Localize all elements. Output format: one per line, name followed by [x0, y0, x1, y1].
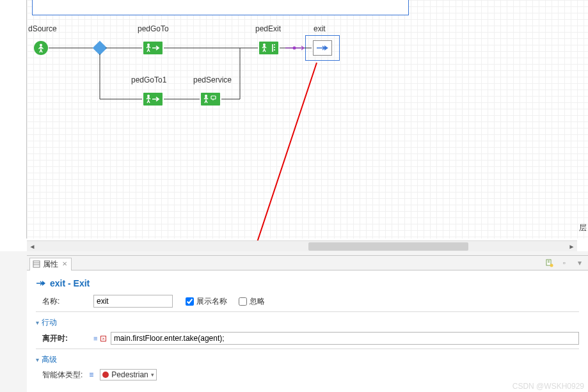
panel-heading: exit - Exit — [36, 278, 579, 288]
section-action-label: 行动 — [42, 317, 57, 328]
panel-body: exit - Exit 名称: 展示名称 忽略 ▾ 行动 离开时: ≡ — [27, 270, 588, 380]
connectors — [0, 0, 588, 251]
collapse-triangle-icon: ▾ — [36, 319, 39, 326]
scrollbar-horizontal[interactable]: ◄ ► — [27, 240, 577, 251]
ignore-checkbox-input[interactable] — [239, 297, 247, 306]
name-input[interactable] — [93, 295, 173, 308]
chevron-down-icon: ▾ — [151, 372, 154, 378]
ignore-label: 忽略 — [250, 296, 265, 307]
pin-icon[interactable] — [544, 258, 553, 267]
separator — [36, 311, 579, 312]
pedestrian-type-icon — [102, 372, 109, 378]
properties-panel: 属性 ✕ ▫ ▾ exit - Exit 名称: — [27, 255, 588, 392]
name-label: 名称: — [36, 296, 93, 307]
ignore-checkbox[interactable]: 忽略 — [239, 296, 265, 307]
tabstrip-right-icons: ▫ ▾ — [544, 258, 584, 267]
on-leave-label: 离开时: — [36, 333, 93, 344]
show-name-checkbox-input[interactable] — [186, 297, 194, 306]
tabstrip: 属性 ✕ ▫ ▾ — [27, 256, 588, 270]
svg-rect-8 — [33, 261, 40, 267]
panel-heading-text: exit - Exit — [50, 278, 90, 288]
side-label: 层 — [579, 223, 587, 233]
agent-type-row: 智能体类型: ≡ Pedestrian ▾ — [36, 369, 579, 380]
canvas-area[interactable]: dSource pedGoTo pedExit exit pedGoTo1 pe… — [0, 0, 588, 251]
restore-icon[interactable]: ▫ — [560, 258, 569, 267]
svg-point-12 — [550, 263, 553, 267]
name-row: 名称: 展示名称 忽略 — [36, 295, 579, 308]
scroll-right-arrow[interactable]: ► — [568, 242, 576, 251]
on-leave-code-input[interactable] — [111, 332, 579, 345]
close-icon[interactable]: ✕ — [61, 258, 68, 270]
scroll-left-arrow[interactable]: ◄ — [28, 242, 36, 251]
code-marker-chips: ≡ × — [93, 334, 106, 342]
agent-type-selector[interactable]: Pedestrian ▾ — [100, 369, 156, 380]
menu-icon[interactable]: ▾ — [575, 258, 584, 267]
exit-heading-icon — [36, 279, 46, 287]
error-marker-icon: × — [100, 336, 106, 341]
show-name-label: 展示名称 — [196, 296, 227, 307]
section-header-action[interactable]: ▾ 行动 — [36, 317, 579, 328]
show-name-checkbox[interactable]: 展示名称 — [186, 296, 227, 307]
scroll-thumb[interactable] — [308, 242, 468, 251]
tab-properties[interactable]: 属性 ✕ — [29, 258, 72, 270]
separator — [36, 349, 579, 349]
on-leave-row: 离开时: ≡ × — [36, 332, 579, 345]
section-header-advanced[interactable]: ▾ 高级 — [36, 354, 579, 365]
agent-type-label: 智能体类型: — [42, 370, 83, 380]
section-advanced-label: 高级 — [42, 354, 57, 365]
properties-tab-icon — [33, 260, 40, 268]
collapse-triangle-icon: ▾ — [36, 356, 39, 363]
tab-properties-label: 属性 — [43, 258, 58, 270]
agent-type-value: Pedestrian — [111, 370, 148, 379]
